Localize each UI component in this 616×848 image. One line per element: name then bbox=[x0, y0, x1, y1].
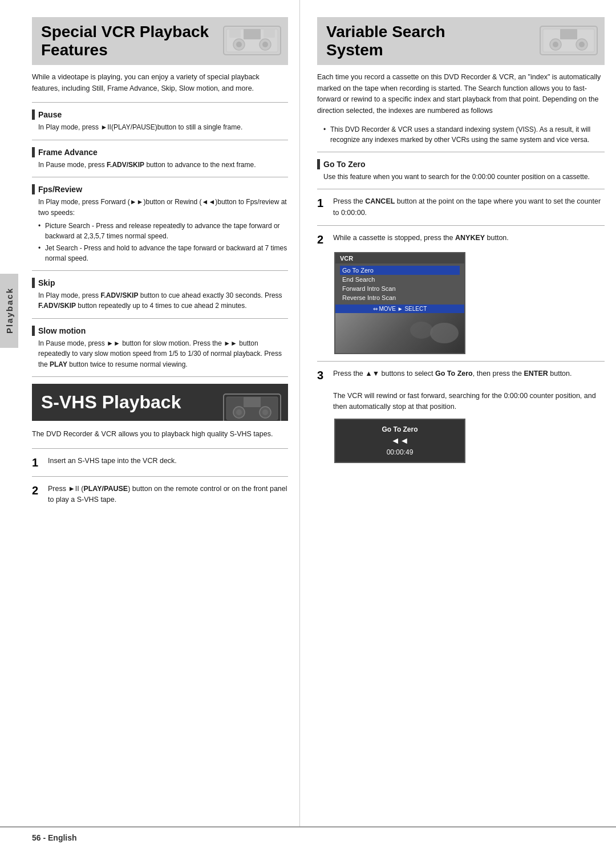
subsection-pause-title: Pause bbox=[32, 109, 288, 120]
subsection-skip-title: Skip bbox=[32, 278, 288, 288]
title-bar-slow-motion bbox=[32, 326, 35, 336]
svhs-intro-text: The DVD Recorder & VCR allows you to pla… bbox=[32, 429, 288, 440]
svhs-step-1: 1 Insert an S-VHS tape into the VCR deck… bbox=[32, 456, 288, 469]
screen2-counter: 00:00:49 bbox=[341, 448, 459, 456]
right-step-2-num: 2 bbox=[317, 233, 327, 246]
right-section-header: Variable Search System bbox=[317, 17, 605, 65]
screen-mockup-2: Go To Zero ◄◄ 00:00:49 bbox=[334, 419, 465, 463]
right-divider-2 bbox=[317, 189, 605, 189]
right-intro-text: Each time you record a cassette on this … bbox=[317, 72, 605, 116]
subsection-frame-advance-title: Frame Advance bbox=[32, 147, 288, 157]
subsection-pause-body: In Play mode, press ►II(PLAY/PAUSE)butto… bbox=[32, 122, 288, 133]
side-tab-label: Playback bbox=[5, 287, 14, 334]
right-divider-4 bbox=[317, 361, 605, 362]
main-content: Special VCR Playback Features While a vi… bbox=[0, 0, 616, 826]
right-bullet-text: This DVD Recorder & VCR uses a standard … bbox=[317, 124, 605, 145]
subsection-skip-body: In Play mode, press F.ADV/SKIP button to… bbox=[32, 290, 288, 311]
title-bar-pause bbox=[32, 109, 35, 120]
subsection-skip: Skip In Play mode, press F.ADV/SKIP butt… bbox=[32, 278, 288, 311]
divider-8 bbox=[32, 476, 288, 477]
right-step-2: 2 While a cassette is stopped, press the… bbox=[317, 233, 605, 246]
right-divider-1 bbox=[317, 152, 605, 152]
svhs-step-1-num: 1 bbox=[32, 456, 42, 469]
screen2-icon: ◄◄ bbox=[341, 436, 459, 446]
right-step-2-body: While a cassette is stopped, press the A… bbox=[333, 233, 509, 244]
left-intro-text: While a videotape is playing, you can en… bbox=[32, 72, 288, 94]
divider-7 bbox=[32, 448, 288, 449]
side-tab: Playback bbox=[0, 274, 18, 348]
fps-bullet-1: Picture Search - Press and release repea… bbox=[38, 221, 288, 241]
right-divider-3 bbox=[317, 225, 605, 226]
fps-review-bullets: Picture Search - Press and release repea… bbox=[38, 221, 288, 263]
svg-point-23 bbox=[430, 323, 459, 343]
right-step-3-num: 3 bbox=[317, 368, 327, 382]
screen-menu-item-2: Forward Intro Scan bbox=[340, 284, 460, 293]
divider-5 bbox=[32, 318, 288, 319]
divider-6 bbox=[32, 376, 288, 377]
go-to-zero-body: Use this feature when you want to search… bbox=[317, 172, 605, 182]
screen-image-area bbox=[335, 313, 464, 353]
left-section-title: Special VCR Playback Features bbox=[41, 23, 279, 59]
subsection-slow-motion-body: In Pause mode, press ►► button for slow … bbox=[32, 338, 288, 370]
subsection-slow-motion-title: Slow motion bbox=[32, 326, 288, 336]
divider-4 bbox=[32, 270, 288, 271]
page-footer: 56 - English bbox=[0, 826, 616, 848]
divider-2 bbox=[32, 140, 288, 140]
right-step-1-num: 1 bbox=[317, 196, 327, 210]
screen-mockup-1: VCR Go To Zero End Search Forward Intro … bbox=[334, 252, 465, 354]
svhs-step-2-body: Press ►II (PLAY/PAUSE) button on the rem… bbox=[48, 484, 288, 506]
subsection-pause: Pause In Play mode, press ►II(PLAY/PAUSE… bbox=[32, 109, 288, 133]
footer-text: 56 - English bbox=[32, 833, 77, 842]
divider-3 bbox=[32, 177, 288, 177]
fps-bullet-2: Jet Search - Press and hold to advance t… bbox=[38, 243, 288, 263]
title-bar-go-to-zero bbox=[317, 159, 320, 169]
subsection-frame-advance-body: In Pause mode, press F.ADV/SKIP button t… bbox=[32, 160, 288, 171]
right-step-3: 3 Press the ▲▼ buttons to select Go To Z… bbox=[317, 368, 605, 413]
svhs-step-2-num: 2 bbox=[32, 484, 42, 497]
left-section-header: Special VCR Playback Features bbox=[32, 17, 288, 65]
screen-menu-item-0: Go To Zero bbox=[340, 266, 460, 275]
go-to-zero-title: Go To Zero bbox=[317, 159, 605, 169]
svhs-title: S-VHS Playback bbox=[41, 392, 279, 413]
subsection-frame-advance: Frame Advance In Pause mode, press F.ADV… bbox=[32, 147, 288, 171]
right-step-1: 1 Press the CANCEL button at the point o… bbox=[317, 196, 605, 218]
screen-label: VCR bbox=[335, 253, 464, 263]
subsection-slow-motion: Slow motion In Pause mode, press ►► butt… bbox=[32, 326, 288, 370]
title-bar-frame-advance bbox=[32, 147, 35, 157]
right-column: Variable Search System Each time you rec… bbox=[300, 0, 616, 826]
screen-menu: Go To Zero End Search Forward Intro Scan… bbox=[335, 263, 464, 305]
svhs-step-2: 2 Press ►II (PLAY/PAUSE) button on the r… bbox=[32, 484, 288, 506]
screen2-title: Go To Zero bbox=[341, 425, 459, 433]
screen-nav-hint: ⇔ MOVE ► SELECT bbox=[373, 306, 427, 312]
svg-point-24 bbox=[410, 322, 433, 339]
right-section-title: Variable Search System bbox=[326, 23, 595, 59]
subsection-fps-review-title: Fps/Review bbox=[32, 184, 288, 194]
right-step-1-body: Press the CANCEL button at the point on … bbox=[333, 196, 605, 218]
svhs-section-header: S-VHS Playback bbox=[32, 384, 288, 421]
screen-bottom-bar: ⇔ MOVE ► SELECT bbox=[335, 305, 464, 313]
screen-menu-item-1: End Search bbox=[340, 275, 460, 284]
title-bar-fps bbox=[32, 184, 35, 194]
go-to-zero-section: Go To Zero Use this feature when you wan… bbox=[317, 159, 605, 182]
subsection-fps-review: Fps/Review In Play mode, press Forward (… bbox=[32, 184, 288, 263]
screen-menu-item-3: Reverse Intro Scan bbox=[340, 293, 460, 302]
left-column: Special VCR Playback Features While a vi… bbox=[21, 0, 300, 826]
page-container: Playback Special VCR Playback Features bbox=[0, 0, 616, 848]
right-bullet-item: This DVD Recorder & VCR uses a standard … bbox=[323, 124, 605, 145]
screen-bird-decoration bbox=[404, 313, 461, 353]
svhs-step-1-body: Insert an S-VHS tape into the VCR deck. bbox=[48, 456, 177, 466]
divider-1 bbox=[32, 102, 288, 103]
right-step-3-body: Press the ▲▼ buttons to select Go To Zer… bbox=[333, 368, 605, 413]
subsection-fps-review-body: In Play mode, press Forward (►►)button o… bbox=[32, 197, 288, 263]
title-bar-skip bbox=[32, 278, 35, 288]
